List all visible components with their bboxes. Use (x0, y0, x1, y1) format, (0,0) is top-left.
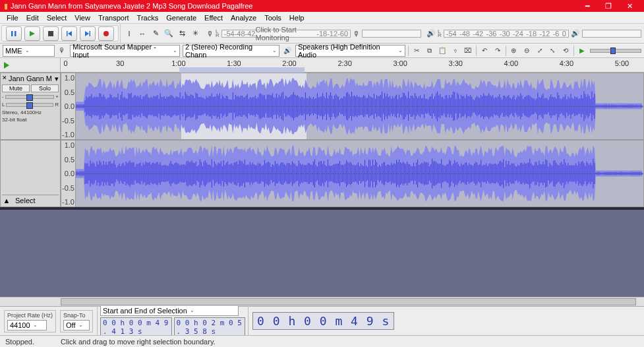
selection-tool-icon[interactable]: I (123, 28, 135, 40)
mic-icon: 🎙 (57, 46, 68, 56)
select-button[interactable]: Select (11, 197, 40, 205)
waveform-canvas[interactable] (76, 141, 643, 206)
minimize-button[interactable]: ━ (577, 2, 598, 11)
play-meter-scale[interactable]: -54 -48 -42 -36 -30 -24 -18 -12 -6 0 (444, 30, 569, 38)
combo-value: 44100 (10, 321, 30, 329)
record-button[interactable] (98, 26, 114, 41)
cut-icon[interactable]: ✂ (411, 46, 422, 56)
meter-tick: -42 (245, 30, 256, 38)
pan-r: R (55, 102, 59, 108)
y-scale: 1.0 0.5 0.0 -0.5 -1.0 (61, 141, 76, 206)
mute-button[interactable]: Mute (2, 84, 30, 92)
zoom-sel-icon[interactable]: ⤢ (535, 46, 545, 56)
svg-marker-5 (68, 31, 72, 36)
copy-icon[interactable]: ⧉ (424, 46, 434, 56)
playback-device-combo[interactable]: Speakers (High Definition Audio (295, 45, 405, 57)
mic-slider[interactable] (362, 30, 421, 38)
draw-tool-icon[interactable]: ✎ (150, 28, 161, 40)
menu-help[interactable]: Help (285, 14, 308, 22)
ruler-tick: 2:00 (282, 59, 296, 67)
menu-generate[interactable]: Generate (162, 14, 200, 22)
selection-mode-combo[interactable]: Start and End of Selection (100, 305, 239, 316)
pan-slider[interactable] (6, 103, 53, 107)
titlebar: ▮ Jann Gann Mann from Satyameva Jayate 2… (0, 0, 644, 12)
meter-tick: -24 (513, 30, 523, 38)
speaker-icon: 🔊 (426, 29, 436, 38)
svg-rect-7 (90, 31, 91, 36)
meter-tick: 0 (344, 30, 348, 38)
snap-label: Snap-To (63, 312, 90, 319)
gain-slider[interactable] (5, 95, 55, 99)
redo-icon[interactable]: ↷ (492, 46, 503, 56)
zoom-fit-icon[interactable]: ⤡ (548, 46, 558, 56)
skip-end-button[interactable] (80, 26, 96, 41)
track-control-panel[interactable]: ✕Jann Gann M▾ MuteSolo -+ LR Stereo, 441… (0, 73, 61, 140)
selection-end[interactable]: 0 0 h 0 2 m 0 5 . 3 5 8 s (174, 317, 246, 337)
close-button[interactable]: ✕ (619, 2, 640, 11)
ruler-tick: 3:30 (449, 59, 463, 67)
snap-combo[interactable]: Off (63, 320, 90, 331)
audio-host-combo[interactable]: MME (3, 45, 55, 57)
silence-icon[interactable]: ⌧ (463, 46, 473, 56)
speaker-slider[interactable] (582, 30, 641, 38)
scroll-thumb[interactable] (61, 298, 636, 305)
menu-tools[interactable]: Tools (260, 14, 285, 22)
record-channels-combo[interactable]: 2 (Stereo) Recording Chann (183, 45, 279, 57)
menu-transport[interactable]: Transport (94, 14, 133, 22)
timeline-ruler[interactable]: 0 30 1:00 1:30 2:00 2:30 3:00 3:30 4:00 … (0, 58, 644, 73)
snap-group: Snap-To Off (60, 310, 93, 332)
meter-tick: -48 (459, 30, 470, 38)
ruler-selection[interactable] (179, 67, 305, 73)
undo-icon[interactable]: ↶ (479, 46, 490, 56)
selection-start[interactable]: 0 0 h 0 0 m 4 9 . 4 1 3 s (100, 317, 172, 337)
svg-rect-1 (15, 31, 16, 36)
zoom-out-icon[interactable]: ⊖ (521, 46, 532, 56)
empty-track-area[interactable] (0, 210, 644, 297)
zoom-toggle-icon[interactable]: ⟲ (560, 46, 571, 56)
selection-group: Start and End of Selection 0 0 h 0 0 m 4… (97, 303, 249, 339)
envelope-tool-icon[interactable]: ↔ (136, 28, 148, 40)
play-button[interactable] (24, 26, 40, 41)
stop-button[interactable] (43, 26, 59, 41)
menu-effect[interactable]: Effect (200, 14, 227, 22)
record-device-combo[interactable]: Microsoft Sound Mapper - Input (70, 45, 180, 57)
track-close-icon[interactable]: ✕ (2, 75, 7, 83)
menu-view[interactable]: View (71, 14, 94, 22)
waveform-right[interactable]: 1.0 0.5 0.0 -0.5 -1.0 (61, 140, 644, 207)
play-at-speed-icon[interactable]: ▶ (577, 46, 587, 56)
speaker-vol-icon: 🔊 (571, 29, 580, 38)
playhead-icon[interactable] (4, 62, 9, 69)
menu-tracks[interactable]: Tracks (133, 14, 163, 22)
track-name[interactable]: Jann Gann M (9, 75, 53, 83)
audio-position[interactable]: 0 0 h 0 0 m 4 9 s (252, 312, 394, 330)
project-rate-combo[interactable]: 44100 (7, 320, 47, 331)
multi-tool-icon[interactable]: ✳ (189, 28, 201, 40)
waveform-canvas[interactable] (76, 73, 643, 139)
combo-value: Speakers (High Definition Audio (298, 43, 395, 59)
zoom-in-icon[interactable]: ⊕ (509, 46, 519, 56)
menu-analyze[interactable]: Analyze (227, 14, 260, 22)
menu-file[interactable]: File (3, 14, 22, 22)
solo-button[interactable]: Solo (31, 84, 59, 92)
play-meter[interactable]: 🔊 LR -54 -48 -42 -36 -30 -24 -18 -12 -6 … (424, 24, 644, 43)
waveform-left[interactable]: 1.0 0.5 0.0 -0.5 -1.0 (61, 73, 644, 140)
track-control-panel-2[interactable]: ▲Select (0, 140, 61, 207)
menu-edit[interactable]: Edit (22, 14, 43, 22)
meter-tick: -30 (500, 30, 510, 38)
menu-select[interactable]: Select (43, 14, 71, 22)
collapse-icon[interactable]: ▲ (2, 197, 11, 205)
play-speed-slider[interactable] (590, 49, 641, 53)
ytick: 1.0 (62, 74, 74, 82)
record-meter-scale[interactable]: -54 -48 -42 Click to Start Monitoring -1… (221, 30, 351, 38)
pause-button[interactable] (6, 26, 22, 41)
maximize-button[interactable]: ❐ (598, 2, 619, 11)
h-scrollbar[interactable] (0, 297, 644, 306)
trim-icon[interactable]: ⎀ (450, 46, 461, 56)
timeshift-tool-icon[interactable]: ⇆ (176, 28, 188, 40)
record-meter[interactable]: 🎙 LR -54 -48 -42 Click to Start Monitori… (204, 24, 424, 43)
track-menu-icon[interactable]: ▾ (55, 75, 59, 83)
paste-icon[interactable]: 📋 (437, 46, 448, 56)
zoom-tool-icon[interactable]: 🔍 (163, 28, 175, 40)
skip-start-button[interactable] (61, 26, 77, 41)
combo-value: 2 (Stereo) Recording Chann (185, 43, 270, 59)
